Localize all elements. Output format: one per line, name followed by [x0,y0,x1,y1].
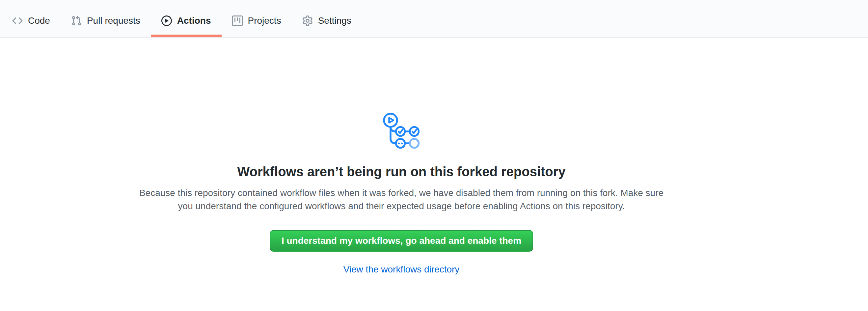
tab-settings[interactable]: Settings [292,5,362,37]
project-icon [232,15,243,26]
workflows-link-row: View the workflows directory [0,263,803,277]
blankslate: Workflows aren’t being run on this forke… [0,112,803,277]
enable-workflows-button[interactable]: I understand my workflows, go ahead and … [270,230,533,252]
pull-request-icon [71,15,82,26]
repo-tab-bar: Code Pull requests Actions Projects Sett… [0,0,868,37]
view-workflows-directory-link[interactable]: View the workflows directory [343,264,460,274]
tab-code-label: Code [28,16,50,25]
tab-projects[interactable]: Projects [222,5,292,37]
play-icon [161,15,172,26]
tab-projects-label: Projects [248,16,281,25]
tab-actions-label: Actions [177,16,211,25]
tab-actions[interactable]: Actions [151,5,222,37]
enable-button-row: I understand my workflows, go ahead and … [0,213,803,252]
workflow-graph-icon [0,112,803,149]
page-description: Because this repository contained workfl… [131,186,672,213]
tab-code[interactable]: Code [2,5,61,37]
tab-settings-label: Settings [318,16,351,25]
tab-pull-requests[interactable]: Pull requests [61,5,151,37]
page-title: Workflows aren’t being run on this forke… [0,163,803,180]
tab-pull-requests-label: Pull requests [87,16,140,25]
actions-disabled-page: Workflows aren’t being run on this forke… [0,112,803,277]
code-icon [12,15,23,26]
gear-icon [302,15,313,26]
